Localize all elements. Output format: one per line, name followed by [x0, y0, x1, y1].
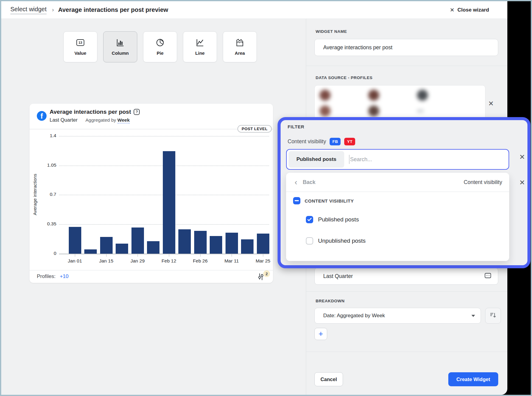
remove-data-source-icon[interactable]: ✕ [488, 100, 494, 108]
search-placeholder: Search... [350, 156, 372, 163]
facebook-network-badge: FB [330, 138, 341, 145]
card-footer-divider [30, 270, 273, 270]
breadcrumb-chevron-icon: › [52, 7, 54, 13]
widget-type-line[interactable]: Line [183, 31, 217, 62]
widget-type-column[interactable]: Column [103, 31, 137, 62]
x-axis-tick [232, 254, 232, 257]
back-chevron-icon[interactable]: ‹ [295, 179, 297, 185]
checkbox-published-posts[interactable] [306, 216, 313, 223]
breakdown-label: BREAKDOWN [316, 299, 345, 303]
widget-type-selector: 13 Value Column [63, 31, 257, 62]
x-axis-tick-label: Feb 12 [157, 258, 181, 264]
chevron-down-icon [471, 315, 475, 317]
back-button[interactable]: Back [303, 179, 316, 186]
y-axis-tick-label: 0 [39, 251, 56, 256]
filter-section-highlight: FILTER Content visibility FB YT Publishe… [278, 117, 530, 268]
bar [210, 236, 222, 254]
x-axis-tick-label: Feb 26 [188, 258, 212, 264]
profiles-label: Profiles: [37, 273, 55, 280]
bar [100, 237, 113, 254]
x-axis-tick-label: Jan 29 [125, 258, 150, 264]
pie-chart-icon [156, 38, 165, 47]
selected-filter-tag[interactable]: Published posts [289, 151, 344, 168]
bar-chart-plot: 00.350.71.051.4Jan 01Jan 15Jan 29Feb 12F… [30, 104, 273, 283]
filter-search-input[interactable]: Published posts Search... [286, 149, 509, 170]
breakdown-sort-button[interactable] [485, 308, 501, 324]
bar [131, 228, 144, 254]
widget-type-pie[interactable]: Pie [143, 31, 177, 62]
x-axis-line [59, 254, 269, 254]
bar [226, 233, 238, 254]
filter-section-label: FILTER [288, 124, 304, 129]
widget-name-input[interactable]: Average interactions per post [314, 39, 498, 56]
x-axis-tick-label: Mar 25 [251, 258, 275, 264]
section-divider [306, 66, 507, 66]
bar [147, 241, 159, 254]
cancel-button[interactable]: Cancel [314, 372, 343, 386]
text-cursor [349, 155, 349, 164]
date-range-field[interactable]: Last Quarter [314, 268, 498, 285]
x-axis-tick [75, 254, 75, 257]
y-axis-tick-label: 0.35 [39, 221, 56, 227]
clear-filter-icon[interactable]: ✕ [519, 153, 525, 161]
y-axis-tick-label: 0.7 [39, 192, 56, 197]
y-axis-tick-label: 1.05 [39, 162, 56, 168]
widget-type-area[interactable]: Area [223, 31, 257, 62]
footer-divider [306, 352, 507, 352]
close-wizard-button[interactable]: ✕ Close wizard [450, 1, 489, 19]
page-title: Average interactions per post preview [58, 6, 168, 13]
gridline [59, 136, 269, 137]
group-label: CONTENT VISIBILITY [305, 198, 354, 203]
data-source-label: DATA SOURCE - PROFILES [316, 75, 373, 80]
x-axis-tick-label: Jan 01 [63, 258, 87, 264]
group-checkbox-indeterminate[interactable] [293, 197, 300, 204]
youtube-network-badge: YT [344, 138, 355, 145]
desktop-background: Select widget › Average interactions per… [0, 0, 532, 396]
line-chart-icon [195, 38, 205, 47]
sort-descending-icon [489, 311, 497, 320]
dropdown-header-title: Content visibility [464, 179, 502, 186]
bar [116, 244, 128, 254]
bar [69, 227, 81, 254]
post-level-badge[interactable]: POST LEVEL [237, 125, 272, 133]
x-axis-tick-label: Jan 15 [94, 258, 118, 264]
add-breakdown-button[interactable]: + [314, 328, 327, 340]
bar [257, 234, 269, 254]
metric-count-badge: 2 [263, 270, 270, 277]
wizard-header: Select widget › Average interactions per… [1, 1, 507, 19]
y-axis-tick-label: 1.4 [39, 133, 56, 138]
x-axis-tick [169, 254, 169, 257]
widget-type-value[interactable]: 13 Value [63, 31, 97, 62]
x-axis-tick-label: Mar 11 [219, 258, 244, 264]
bar [163, 151, 175, 254]
filter-field-label: Content visibility [288, 138, 326, 145]
x-axis-tick [200, 254, 201, 257]
x-axis-tick [138, 254, 138, 257]
value-13-icon: 13 [76, 38, 85, 47]
bar [84, 249, 97, 254]
column-chart-icon [116, 38, 125, 47]
bar [194, 231, 207, 254]
profiles-more-link[interactable]: +10 [60, 273, 68, 280]
close-icon: ✕ [450, 7, 454, 13]
option-unpublished-posts[interactable]: Unpublished posts [306, 237, 366, 245]
filter-dropdown: ‹ Back Content visibility CONTENT VISIBI… [286, 173, 509, 261]
bar [178, 229, 191, 254]
checkbox-unpublished-posts[interactable] [306, 237, 313, 245]
calendar-icon [485, 273, 491, 280]
breadcrumb-select-widget[interactable]: Select widget [10, 6, 47, 14]
x-axis-tick [263, 254, 263, 257]
option-published-posts[interactable]: Published posts [306, 216, 359, 223]
x-axis-tick [106, 254, 107, 257]
bar [241, 239, 254, 254]
remove-filter-icon[interactable]: ✕ [519, 179, 525, 187]
widget-name-label: WIDGET NAME [316, 29, 347, 34]
breakdown-select[interactable]: Date: Aggregated by Week [314, 308, 481, 324]
section-divider [306, 291, 507, 292]
area-chart-icon [235, 38, 244, 47]
dropdown-divider [286, 192, 509, 192]
chart-preview-card: f Average interactions per post ? Last Q… [30, 104, 273, 283]
create-widget-button[interactable]: Create Widget [448, 372, 498, 386]
